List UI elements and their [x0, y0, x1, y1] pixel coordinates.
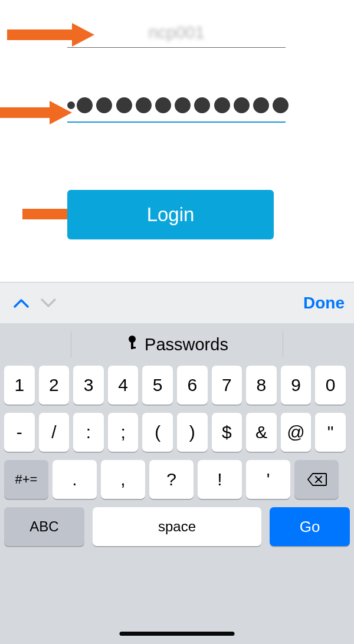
key-&[interactable]: & [246, 413, 277, 452]
key-;[interactable]: ; [108, 413, 139, 452]
svg-rect-8 [131, 347, 136, 349]
key-([interactable]: ( [142, 413, 173, 452]
key-9[interactable]: 9 [281, 366, 312, 405]
password-field[interactable] [67, 97, 286, 123]
key-)[interactable]: ) [177, 413, 208, 452]
keyboard-row-4: ABCspaceGo [0, 507, 354, 546]
key-3[interactable]: 3 [73, 366, 104, 405]
key-6[interactable]: 6 [177, 366, 208, 405]
keyboard-row-1: 1234567890 [0, 366, 354, 405]
key-/[interactable]: / [39, 413, 70, 452]
key-4[interactable]: 4 [108, 366, 139, 405]
key-'[interactable]: ' [246, 460, 290, 499]
login-button[interactable]: Login [67, 190, 274, 239]
password-dots [67, 97, 290, 121]
key-8[interactable]: 8 [246, 366, 277, 405]
prev-field-button[interactable] [9, 291, 33, 315]
key-2[interactable]: 2 [39, 366, 70, 405]
keyboard-row-3: #+=.,?!' [0, 460, 354, 499]
backspace-key[interactable] [294, 460, 339, 499]
password-underline [67, 121, 286, 123]
keyboard-accessory-bar: Done [0, 282, 354, 323]
username-value: ncp001 [67, 23, 286, 47]
home-indicator[interactable] [120, 632, 235, 636]
key-7[interactable]: 7 [212, 366, 242, 405]
backspace-icon [307, 472, 327, 487]
next-field-button[interactable] [37, 291, 60, 315]
done-button[interactable]: Done [303, 294, 345, 313]
key-space[interactable]: space [93, 507, 261, 546]
key--[interactable]: - [4, 413, 35, 452]
username-field[interactable]: ncp001 [67, 23, 286, 48]
key-.[interactable]: . [53, 460, 97, 499]
divider [283, 331, 283, 357]
key-@[interactable]: @ [281, 413, 312, 452]
key-abc[interactable]: ABC [4, 507, 84, 546]
key-?[interactable]: ? [149, 460, 194, 499]
key-0[interactable]: 0 [315, 366, 346, 405]
divider [71, 331, 71, 357]
key-5[interactable]: 5 [142, 366, 173, 405]
username-underline [67, 47, 286, 48]
key-$[interactable]: $ [212, 413, 242, 452]
key-1[interactable]: 1 [4, 366, 35, 405]
passwords-label: Passwords [145, 335, 228, 354]
keyboard: Passwords 1234567890 -/:;()$&@" #+=.,?!'… [0, 323, 354, 644]
login-form-area: ncp001 Login [0, 0, 354, 282]
keyboard-row-2: -/:;()$&@" [0, 413, 354, 452]
key-"[interactable]: " [315, 413, 346, 452]
key-![interactable]: ! [198, 460, 242, 499]
key-:[interactable]: : [73, 413, 104, 452]
key-,[interactable]: , [101, 460, 145, 499]
key-#+=[interactable]: #+= [4, 460, 48, 499]
key-icon [126, 335, 139, 354]
arrow-annotation-icon [0, 98, 72, 127]
passwords-suggestion-button[interactable]: Passwords [0, 323, 354, 366]
key-go[interactable]: Go [270, 507, 350, 546]
